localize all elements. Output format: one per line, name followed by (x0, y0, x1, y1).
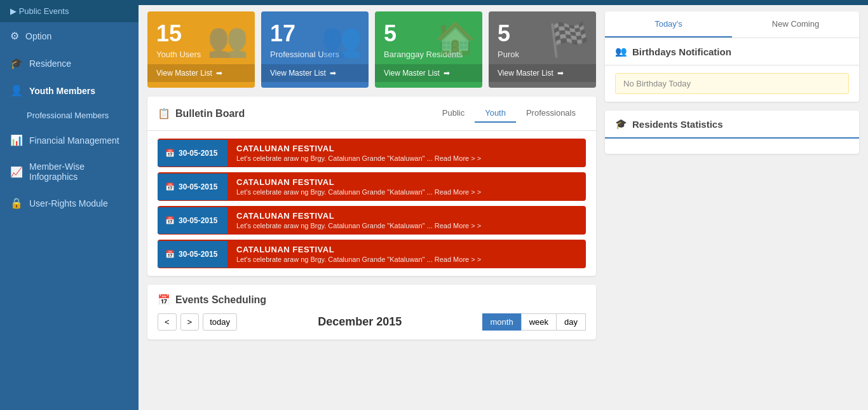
tab-youth[interactable]: Youth (475, 104, 516, 123)
gear-icon: ⚙ (10, 30, 19, 42)
bulletin-title: 📋 Bulletin Board (158, 107, 245, 120)
bulletin-items: 📅 30-05-2015 CATALUNAN FESTIVAL Let's ce… (147, 131, 596, 276)
birthday-icon: 👥 (615, 46, 627, 57)
baranggay-card-icon: 🏠 (435, 20, 476, 59)
bulletin-date-3: 📅 30-05-2015 (158, 207, 227, 234)
tab-public[interactable]: Public (432, 104, 475, 123)
events-section: 📅 Events Scheduling < > today December 2… (147, 285, 596, 339)
tab-new-coming[interactable]: New Coming (732, 11, 859, 38)
stat-card-purok: 5 Purok 🏁 View Master List ➡ (489, 11, 596, 88)
right-panel: Today's New Coming 👥 Birthdays Notificat… (605, 11, 859, 404)
sidebar-item-label: Residence (29, 58, 71, 69)
residents-section: 🎓 Residents Statistics (605, 111, 859, 154)
tab-professionals[interactable]: Professionals (516, 104, 586, 123)
bulletin-item: 📅 30-05-2015 CATALUNAN FESTIVAL Let's ce… (158, 206, 586, 235)
tab-todays[interactable]: Today's (605, 11, 732, 38)
residents-header: 🎓 Residents Statistics (605, 111, 859, 139)
financial-icon: 📊 (10, 134, 23, 146)
cal-prev-button[interactable]: < (158, 313, 177, 331)
birthday-header: 👥 Birthdays Notification (605, 38, 859, 65)
sidebar-item-youth-members[interactable]: 👤 Youth Members (0, 77, 139, 104)
youth-view-master[interactable]: View Master List ➡ (147, 64, 255, 82)
sidebar-item-label: Financial Management (29, 135, 119, 146)
calendar-icon: 📅 (165, 182, 175, 191)
stat-cards: 15 Youth Users 👥 View Master List ➡ 17 P… (147, 11, 596, 88)
calendar-controls: < > today December 2015 month week day (158, 313, 586, 331)
bulletin-icon: 📋 (158, 107, 170, 120)
stat-card-professional: 17 Professional Users 👥 View Master List… (261, 11, 369, 88)
sidebar-item-label: Member-Wise Infographics (29, 161, 128, 182)
purok-card-icon: 🏁 (548, 20, 590, 59)
calendar-events-icon: 📅 (158, 294, 170, 306)
sidebar-item-residence[interactable]: 🎓 Residence (0, 50, 139, 77)
sidebar-item-option[interactable]: ⚙ Option (0, 22, 139, 50)
bulletin-content-1: CATALUNAN FESTIVAL Let's celebrate araw … (227, 139, 490, 167)
bulletin-content-4: CATALUNAN FESTIVAL Let's celebrate araw … (227, 240, 490, 268)
residents-icon: 🎓 (615, 118, 627, 130)
bulletin-board: 📋 Bulletin Board Public Youth Profession… (147, 97, 596, 276)
birthday-section: Today's New Coming 👥 Birthdays Notificat… (605, 11, 859, 102)
baranggay-view-master[interactable]: View Master List ➡ (375, 64, 482, 82)
professional-view-master[interactable]: View Master List ➡ (261, 64, 369, 82)
events-header: 📅 Events Scheduling (158, 294, 586, 306)
stat-card-baranggay: 5 Baranggay Residents 🏠 View Master List… (375, 11, 482, 88)
bulletin-date-2: 📅 30-05-2015 (158, 174, 227, 200)
sidebar-subitem-label: Professional Members (27, 111, 109, 120)
youth-card-icon: 👥 (207, 20, 248, 59)
calendar-icon: 📅 (165, 216, 175, 225)
calendar-icon: 📅 (165, 149, 175, 158)
bulletin-item: 📅 30-05-2015 CATALUNAN FESTIVAL Let's ce… (158, 172, 586, 201)
sidebar-top-item: ▶ Public Events (0, 0, 139, 22)
cal-today-button[interactable]: today (203, 313, 237, 331)
residence-icon: 🎓 (10, 57, 23, 69)
sidebar-item-label: Option (25, 31, 51, 41)
chart-icon: 📈 (10, 166, 23, 178)
sidebar-item-professional-members[interactable]: Professional Members (0, 104, 139, 126)
stat-card-youth: 15 Youth Users 👥 View Master List ➡ (147, 11, 255, 88)
cal-month-view[interactable]: month (482, 313, 522, 331)
professional-card-icon: 👥 (321, 20, 362, 59)
left-panel: 15 Youth Users 👥 View Master List ➡ 17 P… (147, 11, 596, 404)
top-bar (139, 0, 868, 5)
content-area: 15 Youth Users 👥 View Master List ➡ 17 P… (139, 5, 868, 410)
cal-week-view[interactable]: week (521, 313, 557, 331)
calendar-nav: < > today (158, 313, 237, 331)
calendar-month: December 2015 (318, 315, 402, 329)
sidebar-item-user-rights[interactable]: 🔒 User-Rights Module (0, 189, 139, 217)
no-birthday-message: No Birthday Today (615, 73, 849, 94)
calendar-icon: 📅 (165, 250, 175, 259)
sidebar-item-label: Youth Members (29, 86, 95, 96)
birthday-tabs: Today's New Coming (605, 11, 859, 38)
bulletin-item: 📅 30-05-2015 CATALUNAN FESTIVAL Let's ce… (158, 139, 586, 167)
calendar-view-buttons: month week day (483, 313, 586, 331)
residents-content (605, 139, 859, 154)
bulletin-item: 📅 30-05-2015 CATALUNAN FESTIVAL Let's ce… (158, 240, 586, 268)
bulletin-content-3: CATALUNAN FESTIVAL Let's celebrate araw … (227, 206, 490, 235)
birthday-content: No Birthday Today (605, 65, 859, 102)
cal-day-view[interactable]: day (556, 313, 586, 331)
lock-icon: 🔒 (10, 197, 23, 209)
sidebar-item-financial[interactable]: 📊 Financial Management (0, 126, 139, 154)
youth-icon: 👤 (10, 85, 23, 97)
bulletin-date-4: 📅 30-05-2015 (158, 241, 227, 268)
purok-view-master[interactable]: View Master List ➡ (489, 64, 596, 82)
bulletin-header: 📋 Bulletin Board Public Youth Profession… (147, 97, 596, 131)
bulletin-content-2: CATALUNAN FESTIVAL Let's celebrate araw … (227, 172, 490, 201)
sidebar-item-label: User-Rights Module (29, 198, 108, 208)
sidebar-item-infographics[interactable]: 📈 Member-Wise Infographics (0, 154, 139, 189)
cal-next-button[interactable]: > (180, 313, 200, 331)
sidebar: ▶ Public Events ⚙ Option 🎓 Residence 👤 Y… (0, 0, 139, 410)
bulletin-tabs: Public Youth Professionals (432, 104, 586, 123)
bulletin-date-1: 📅 30-05-2015 (158, 140, 227, 167)
main-content: 15 Youth Users 👥 View Master List ➡ 17 P… (139, 0, 868, 410)
